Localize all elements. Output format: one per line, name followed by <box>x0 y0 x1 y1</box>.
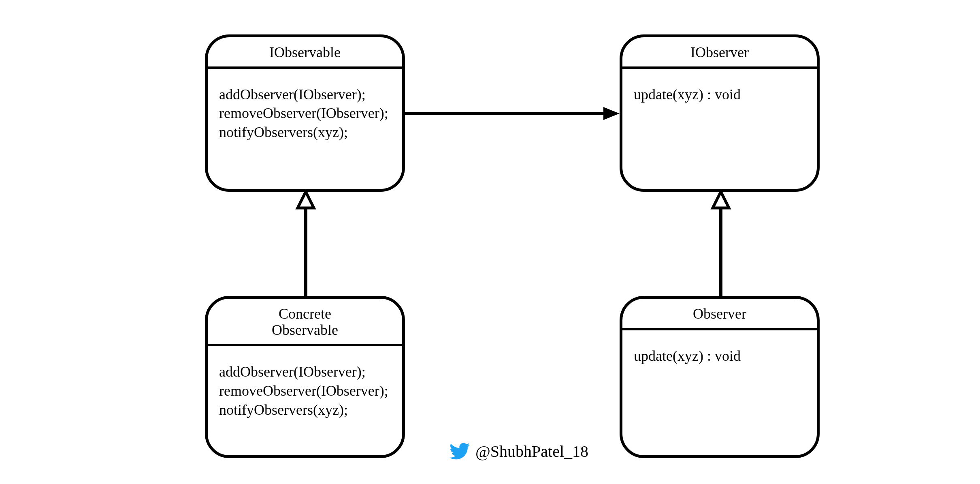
arrow-concrete-observable-to-iobservable <box>296 192 316 296</box>
class-body-iobservable: addObserver(IObserver); removeObserver(I… <box>208 69 402 150</box>
class-body-observer: update(xyz) : void <box>622 330 817 374</box>
arrow-iobservable-to-iobserver <box>405 105 620 122</box>
twitter-icon <box>450 441 470 461</box>
diagram-canvas: IObservable addObserver(IObserver); remo… <box>0 0 980 484</box>
class-box-iobservable: IObservable addObserver(IObserver); remo… <box>205 34 405 192</box>
class-title-iobservable: IObservable <box>208 37 402 69</box>
arrow-observer-to-iobserver <box>711 192 731 296</box>
class-title-iobserver: IObserver <box>622 37 817 69</box>
class-box-iobserver: IObserver update(xyz) : void <box>620 34 820 192</box>
svg-marker-3 <box>298 192 314 208</box>
svg-marker-1 <box>603 107 620 120</box>
class-box-concrete-observable: Concrete Observable addObserver(IObserve… <box>205 296 405 458</box>
attribution: @ShubhPatel_18 <box>450 441 588 461</box>
class-body-iobserver: update(xyz) : void <box>622 69 817 112</box>
class-title-concrete-observable: Concrete Observable <box>208 299 402 346</box>
class-box-observer: Observer update(xyz) : void <box>620 296 820 458</box>
attribution-handle: @ShubhPatel_18 <box>475 442 588 461</box>
svg-marker-5 <box>713 192 729 208</box>
class-title-observer: Observer <box>622 299 817 330</box>
class-body-concrete-observable: addObserver(IObserver); removeObserver(I… <box>208 346 402 427</box>
